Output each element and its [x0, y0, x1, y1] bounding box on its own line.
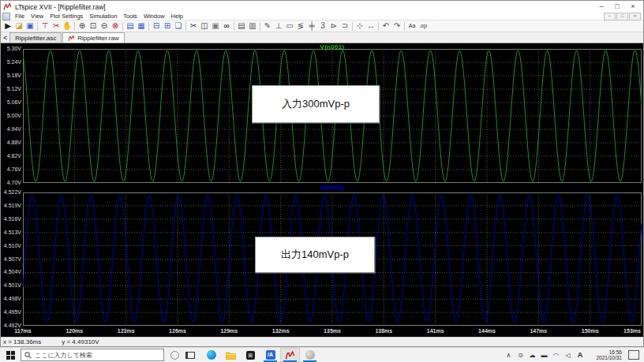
- wire-icon: ✎: [264, 21, 271, 32]
- menu-item-file[interactable]: File: [12, 13, 28, 20]
- halt-icon: ✋: [62, 21, 72, 32]
- x-tick-label: 123ms: [109, 328, 144, 334]
- menu-item-view[interactable]: View: [28, 13, 47, 20]
- toolbar-ground-button[interactable]: ⊥: [273, 21, 284, 32]
- tab-label: Ripplefilter.raw: [77, 35, 118, 42]
- toolbar-move-button[interactable]: ⊹: [354, 21, 365, 32]
- close-button[interactable]: ×: [625, 2, 641, 12]
- toolbar-autorange-button[interactable]: ▤: [125, 21, 136, 32]
- cut-icon: ✂: [190, 21, 197, 32]
- ltspice-logo-icon: [68, 35, 75, 42]
- toolbar-tile-vertical-button[interactable]: ⊞: [162, 21, 173, 32]
- taskbar-app-ltspice[interactable]: [280, 348, 300, 362]
- toolbar-spice-directive-button[interactable]: .op: [417, 21, 429, 32]
- child-close-button[interactable]: ×: [629, 13, 641, 21]
- annotation-output[interactable]: 出力140mVp-p: [255, 237, 375, 273]
- toolbar-zoom-full-extents-button[interactable]: ⊗: [110, 21, 121, 32]
- toolbar-separator: [378, 22, 379, 31]
- toolbar-text-button[interactable]: Aa: [406, 21, 417, 32]
- toolbar-separator: [185, 22, 186, 31]
- chevron-up-icon[interactable]: ∧: [504, 352, 514, 359]
- toolbar-diode-button[interactable]: ⊳: [328, 21, 339, 32]
- toolbar-find-button[interactable]: ∞: [221, 21, 232, 32]
- window-controls: – □ ×: [593, 2, 641, 12]
- toolbar-print-preview-button[interactable]: ▥: [247, 21, 258, 32]
- toolbar-separator: [148, 22, 149, 31]
- tab-ripplefilter-raw[interactable]: Ripplefilter.raw: [62, 32, 124, 43]
- print-preview-icon: ▥: [249, 21, 256, 32]
- minimize-button[interactable]: –: [593, 2, 609, 12]
- taskbar-app-edge[interactable]: [201, 348, 221, 362]
- waveform-plot-area[interactable]: V(n001)5.30V5.24V5.18V5.12V5.06V5.00V4.9…: [1, 43, 643, 337]
- redo-icon: ↷: [394, 21, 400, 32]
- toolbar-current-probe-button[interactable]: ✂: [51, 21, 62, 32]
- toolbar-cascade-windows-button[interactable]: ❏: [173, 21, 184, 32]
- toolbar-zoom-in-button[interactable]: ⊕: [77, 21, 88, 32]
- component-icon: ⊃: [342, 21, 348, 32]
- taskbar-clock[interactable]: 16:562021/10/31: [587, 349, 622, 361]
- toolbar-undo-button[interactable]: ↶: [380, 21, 391, 32]
- taskbar-app-misc-app[interactable]: [300, 348, 320, 362]
- search-placeholder: ここに入力して検索: [35, 351, 92, 360]
- taskbar-app-file-explorer[interactable]: [221, 348, 241, 362]
- toolbar-paste-button[interactable]: ▣: [210, 21, 221, 32]
- start-button[interactable]: [0, 348, 21, 362]
- trace-label-v(n002)[interactable]: V(n002): [23, 184, 642, 191]
- volume-icon[interactable]: ◁: [563, 352, 573, 359]
- tab-ripplefilter-asc[interactable]: Ripplefilter.asc: [9, 32, 62, 43]
- menu-item-plot-settings[interactable]: Plot Settings: [47, 13, 86, 20]
- toolbar-separator: [122, 22, 123, 31]
- voltage-probe-icon: ⊤: [42, 21, 49, 32]
- ime-indicator[interactable]: A: [575, 351, 586, 359]
- toolbar-net-label-button[interactable]: ▭: [284, 21, 295, 32]
- child-document-icon[interactable]: [2, 13, 10, 21]
- tab-bar: < Ripplefilter.ascRipplefilter.raw: [1, 32, 643, 43]
- maximize-button[interactable]: □: [609, 2, 625, 12]
- search-icon: [24, 352, 32, 359]
- toolbar-cut-button[interactable]: ✂: [188, 21, 199, 32]
- toolbar-open-button[interactable]: ◪: [13, 21, 24, 32]
- taskbar-app-blue-a-app[interactable]: /A: [260, 348, 280, 362]
- toolbar-halt-button[interactable]: ✋: [62, 21, 73, 32]
- clock-status-icon[interactable]: ⊙: [515, 352, 526, 359]
- y-tick-label: 4.82V: [1, 153, 21, 159]
- toolbar-separator: [352, 22, 353, 31]
- toolbar-drag-button[interactable]: ↔: [365, 21, 376, 32]
- toolbar-copy-button[interactable]: ◫: [199, 21, 210, 32]
- annotation-input[interactable]: 入力300mVp-p: [252, 85, 380, 123]
- toolbar-print-button[interactable]: ▤: [236, 21, 247, 32]
- onedrive-icon[interactable]: ☁: [527, 352, 537, 359]
- notification-center-icon[interactable]: [628, 350, 639, 360]
- x-tick-label: 141ms: [418, 328, 453, 334]
- toolbar-zoom-box-button[interactable]: ⊡: [88, 21, 99, 32]
- taskbar-app-store[interactable]: ⊞: [241, 348, 260, 362]
- toolbar-tile-horizontal-button[interactable]: ⊟: [151, 21, 162, 32]
- toolbar-inductor-button[interactable]: 3: [317, 21, 328, 32]
- toolbar-voltage-probe-button[interactable]: ⊤: [39, 21, 51, 32]
- task-view-icon[interactable]: [185, 352, 195, 359]
- menu-item-help[interactable]: Help: [168, 13, 186, 20]
- cortana-icon[interactable]: [170, 351, 179, 360]
- menu-item-tools[interactable]: Tools: [120, 13, 140, 20]
- network-icon[interactable]: ◠: [551, 352, 561, 359]
- drag-icon: ↔: [367, 21, 375, 32]
- ltspice-logo-icon: [285, 350, 295, 360]
- toolbar-wire-button[interactable]: ✎: [262, 21, 273, 32]
- child-minimize-button[interactable]: –: [604, 13, 616, 21]
- child-restore-button[interactable]: □: [616, 13, 628, 21]
- toolbar-component-button[interactable]: ⊃: [339, 21, 350, 32]
- battery-icon[interactable]: ▬: [539, 352, 549, 359]
- toolbar-run-button[interactable]: ▶: [2, 21, 13, 32]
- menu-item-simulation[interactable]: Simulation: [86, 13, 120, 20]
- toolbar-zoom-out-button[interactable]: ⊖: [99, 21, 110, 32]
- tab-scroll-left-icon[interactable]: <: [2, 34, 9, 43]
- toolbar-capacitor-button[interactable]: ╪: [306, 21, 317, 32]
- toolbar-save-button[interactable]: ▣: [24, 21, 36, 32]
- taskbar-search-input[interactable]: ここに入力して検索: [21, 349, 164, 361]
- open-icon: ◪: [15, 21, 22, 32]
- toolbar-plot-settings-button[interactable]: ▦: [136, 21, 147, 32]
- spice-directive-icon: .op: [419, 21, 427, 32]
- menu-item-window[interactable]: Window: [140, 13, 168, 20]
- toolbar-redo-button[interactable]: ↷: [391, 21, 402, 32]
- toolbar-resistor-button[interactable]: ≶: [295, 21, 306, 32]
